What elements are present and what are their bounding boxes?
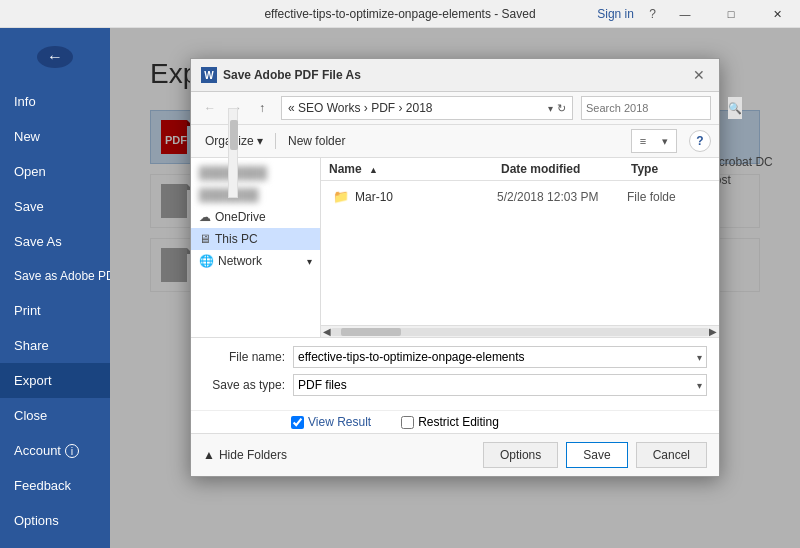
restrict-editing-input[interactable] [401, 416, 414, 429]
breadcrumb-bar[interactable]: « SEO Works › PDF › 2018 ▾ ↻ [281, 96, 573, 120]
header-type[interactable]: Type [631, 162, 711, 176]
network-icon: 🌐 [199, 254, 214, 268]
pc-icon: 🖥 [199, 232, 211, 246]
scroll-right-btn[interactable]: ▶ [709, 326, 717, 337]
header-type-label: Type [631, 162, 658, 176]
search-button[interactable]: 🔍 [728, 97, 742, 119]
title-bar-right: Sign in ? [597, 7, 660, 21]
header-sort-icon: ▲ [369, 165, 378, 175]
header-name-label: Name [329, 162, 362, 176]
scroll-left-btn[interactable]: ◀ [323, 326, 331, 337]
save-button[interactable]: Save [566, 442, 627, 468]
title-bar-controls: — □ ✕ [662, 0, 800, 28]
tree-item-network[interactable]: 🌐 Network ▾ [191, 250, 320, 272]
file-list-header: Name ▲ Date modified Type [321, 158, 719, 181]
account-info-icon: i [65, 444, 79, 458]
dialog-footer: ▲ Hide Folders Options Save Cancel [191, 433, 719, 476]
sidebar-item-save[interactable]: Save [0, 189, 110, 224]
sidebar-item-info-label: Info [14, 94, 36, 109]
sidebar-item-options[interactable]: Options [0, 503, 110, 538]
help-button[interactable]: ? [689, 130, 711, 152]
dialog-fields: File name: ▾ Save as type: PDF files ▾ [191, 338, 719, 411]
filename-input[interactable] [298, 350, 697, 364]
scroll-track [331, 328, 709, 336]
hide-folders-label: Hide Folders [219, 448, 287, 462]
window-title: effective-tips-to-optimize-onpage-elemen… [264, 7, 535, 21]
signin-link[interactable]: Sign in [597, 7, 634, 21]
file-name: Mar-10 [355, 190, 497, 204]
cancel-button[interactable]: Cancel [636, 442, 707, 468]
sidebar-item-print-label: Print [14, 303, 41, 318]
tree-expand-icon: ▾ [307, 256, 312, 267]
sidebar-item-info[interactable]: Info [0, 84, 110, 119]
sidebar-item-close-label: Close [14, 408, 47, 423]
tree-item-blur-2[interactable]: ███████ [191, 184, 320, 206]
header-date-label: Date modified [501, 162, 580, 176]
sidebar-item-export-label: Export [14, 373, 52, 388]
sidebar-item-share-label: Share [14, 338, 49, 353]
sidebar-item-open[interactable]: Open [0, 154, 110, 189]
back-button[interactable]: ← [37, 46, 73, 68]
view-result-input[interactable] [291, 416, 304, 429]
tree-scrollbar[interactable] [228, 158, 238, 198]
save-dialog: W Save Adobe PDF File As ✕ ← → ↑ « SEO W… [190, 58, 720, 477]
hide-folders-button[interactable]: ▲ Hide Folders [203, 448, 287, 462]
sidebar-item-saveas[interactable]: Save As [0, 224, 110, 259]
checkbox-row: View Result Restrict Editing [191, 411, 719, 433]
nav-back-button[interactable]: ← [199, 97, 221, 119]
tree-item-thispc[interactable]: 🖥 This PC [191, 228, 320, 250]
view-dropdown-button[interactable]: ▾ [654, 130, 676, 152]
nav-up-button[interactable]: ↑ [251, 97, 273, 119]
file-list: 📁 Mar-10 5/2/2018 12:03 PM File folde [321, 181, 719, 325]
sidebar-item-export[interactable]: Export [0, 363, 110, 398]
dialog-nav: ← → ↑ « SEO Works › PDF › 2018 ▾ ↻ 🔍 [191, 92, 719, 125]
cloud-icon: ☁ [199, 210, 211, 224]
view-result-checkbox[interactable]: View Result [291, 415, 371, 429]
sidebar-item-open-label: Open [14, 164, 46, 179]
toolbar-separator [275, 133, 276, 149]
sidebar-item-feedback[interactable]: Feedback [0, 468, 110, 503]
sidebar-item-new-label: New [14, 129, 40, 144]
options-button[interactable]: Options [483, 442, 558, 468]
sidebar-item-account[interactable]: Account i [0, 433, 110, 468]
sidebar-item-close[interactable]: Close [0, 398, 110, 433]
search-input[interactable] [582, 102, 728, 114]
sidebar: ← Info New Open Save Save As Save as Ado… [0, 28, 110, 548]
filename-input-wrapper[interactable]: ▾ [293, 346, 707, 368]
sidebar-item-print[interactable]: Print [0, 293, 110, 328]
breadcrumb-refresh-icon[interactable]: ↻ [557, 102, 566, 115]
scroll-thumb [341, 328, 401, 336]
tree-item-network-label: Network [218, 254, 262, 268]
tree-item-onedrive[interactable]: ☁ OneDrive [191, 206, 320, 228]
header-name[interactable]: Name ▲ [329, 162, 501, 176]
view-result-label[interactable]: View Result [308, 415, 371, 429]
new-folder-button[interactable]: New folder [282, 132, 351, 150]
dialog-title-bar: W Save Adobe PDF File As ✕ [191, 59, 719, 92]
sidebar-item-save-adobe[interactable]: Save as Adobe PDF [0, 259, 110, 293]
sidebar-item-save-adobe-label: Save as Adobe PDF [14, 269, 122, 283]
restrict-editing-label: Restrict Editing [418, 415, 499, 429]
filename-label: File name: [203, 350, 293, 364]
options-label: Options [14, 513, 59, 528]
view-toggle: ≡ ▾ [631, 129, 677, 153]
breadcrumb-dropdown-icon: ▾ [548, 103, 553, 114]
header-date[interactable]: Date modified [501, 162, 631, 176]
app-container: ← Info New Open Save Save As Save as Ado… [0, 28, 800, 548]
sidebar-item-share[interactable]: Share [0, 328, 110, 363]
sidebar-item-new[interactable]: New [0, 119, 110, 154]
dialog-close-button[interactable]: ✕ [689, 65, 709, 85]
close-button[interactable]: ✕ [754, 0, 800, 28]
view-list-button[interactable]: ≡ [632, 130, 654, 152]
dialog-title-left: W Save Adobe PDF File As [201, 67, 361, 83]
horiz-scrollbar[interactable]: ◀ ▶ [321, 325, 719, 337]
file-date: 5/2/2018 12:03 PM [497, 190, 627, 204]
table-row[interactable]: 📁 Mar-10 5/2/2018 12:03 PM File folde [325, 185, 715, 208]
restrict-editing-checkbox[interactable]: Restrict Editing [401, 415, 499, 429]
maximize-button[interactable]: □ [708, 0, 754, 28]
tree-item-blur-1[interactable]: ████████ [191, 162, 320, 184]
help-button[interactable]: ? [649, 7, 656, 21]
filetype-dropdown[interactable]: PDF files ▾ [293, 374, 707, 396]
dialog-overlay: W Save Adobe PDF File As ✕ ← → ↑ « SEO W… [110, 28, 800, 548]
minimize-button[interactable]: — [662, 0, 708, 28]
search-box[interactable]: 🔍 [581, 96, 711, 120]
